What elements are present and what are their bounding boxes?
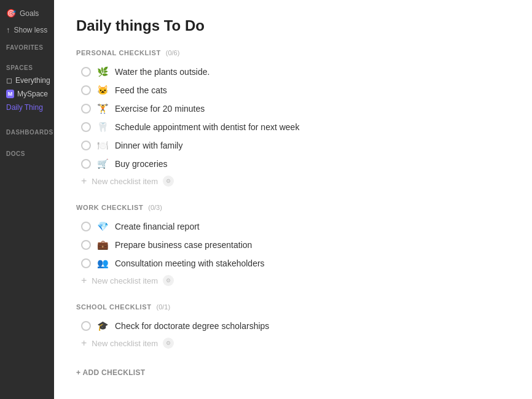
sidebar-section-dashboards: DASHBOARDS [0, 123, 54, 138]
checklist-item: 🎓 Check for doctorate degree scholarship… [76, 317, 510, 335]
item-emoji-p3: 🏋️ [97, 103, 109, 114]
item-options-btn-p2[interactable]: ⚙ [498, 84, 510, 96]
item-checkbox-w2[interactable] [81, 240, 91, 250]
item-label-w1: Create financial report [115, 222, 491, 231]
sidebar-item-daily[interactable]: Daily Thing [0, 101, 54, 114]
new-item-plus-personal: + [81, 176, 87, 187]
checklist-item: 🛒 Buy groceries ⚙ [76, 155, 510, 173]
checklist-item: 🍽️ Dinner with family ⚙ [76, 136, 510, 155]
checklist-item: 👥 Consultation meeting with stakeholders… [76, 254, 510, 273]
section-count-work: (0/3) [148, 204, 162, 211]
item-checkbox-w3[interactable] [81, 258, 91, 268]
item-label-p4: Schedule appointment with dentist for ne… [115, 122, 491, 132]
item-options-btn-w3[interactable]: ⚙ [498, 257, 510, 269]
checklist-item: 💼 Prepare business case presentation ⚙ [76, 236, 510, 254]
myspace-dot-icon: M [6, 90, 14, 98]
item-options-btn-p4[interactable]: ⚙ [498, 121, 510, 133]
new-item-label-work: New checklist item [92, 276, 158, 285]
daily-label: Daily Thing [6, 103, 43, 112]
item-label-s1: Check for doctorate degree scholarships [115, 321, 491, 331]
new-item-options-btn-work[interactable]: ⚙ [163, 275, 174, 286]
sidebar-item-show-less[interactable]: ↑ Show less [0, 21, 54, 38]
new-item-plus-work: + [81, 275, 87, 286]
item-checkbox-p3[interactable] [81, 104, 91, 114]
new-item-row-personal[interactable]: + New checklist item ⚙ [76, 173, 510, 189]
checklists-container: PERSONAL CHECKLIST (0/6) 🌿 Water the pla… [76, 49, 510, 351]
new-item-options-btn-personal[interactable]: ⚙ [163, 176, 174, 187]
item-options-btn-w1[interactable]: ⚙ [498, 220, 510, 233]
item-label-p3: Exercise for 20 minutes [115, 104, 491, 114]
item-emoji-w3: 👥 [97, 258, 109, 269]
item-options-btn-p1[interactable]: ⚙ [498, 66, 510, 78]
item-checkbox-p6[interactable] [81, 159, 91, 169]
item-label-p2: Feed the cats [115, 85, 491, 95]
item-label-p5: Dinner with family [115, 141, 491, 150]
sidebar-section-spaces: SPACES [0, 58, 54, 74]
sidebar-section-docs: DOCS [0, 144, 54, 160]
item-emoji-p6: 🛒 [97, 158, 109, 169]
item-checkbox-w1[interactable] [81, 222, 91, 231]
item-options-btn-p6[interactable]: ⚙ [498, 158, 510, 170]
checklist-item: 🏋️ Exercise for 20 minutes ⚙ [76, 99, 510, 118]
sidebar-section-favorites: FAVORITES [0, 38, 54, 53]
new-item-options-btn-school[interactable]: ⚙ [163, 338, 174, 349]
checklist-section-school: SCHOOL CHECKLIST (0/1) 🎓 Check for docto… [76, 303, 510, 351]
checklist-item: 🐱 Feed the cats ⚙ [76, 81, 510, 99]
add-checklist-button[interactable]: + ADD CHECKLIST [76, 366, 145, 379]
everything-icon: ◻ [6, 76, 12, 85]
section-title-school: SCHOOL CHECKLIST [76, 303, 151, 311]
item-options-btn-s1[interactable]: ⚙ [498, 320, 510, 332]
item-emoji-p1: 🌿 [97, 66, 109, 77]
checklist-section-personal: PERSONAL CHECKLIST (0/6) 🌿 Water the pla… [76, 49, 510, 189]
sidebar: 🎯 Goals ↑ Show less FAVORITES SPACES ◻ E… [0, 0, 54, 399]
sidebar-show-less-label: Show less [14, 26, 48, 34]
new-item-row-work[interactable]: + New checklist item ⚙ [76, 273, 510, 289]
sidebar-goals-label: Goals [20, 9, 39, 18]
item-emoji-p5: 🍽️ [97, 140, 109, 151]
myspace-label: MySpace [17, 90, 48, 98]
item-checkbox-p2[interactable] [81, 85, 91, 95]
new-item-label-personal: New checklist item [92, 177, 158, 186]
page-title: Daily things To Do [76, 17, 510, 34]
main-content: Daily things To Do PERSONAL CHECKLIST (0… [54, 0, 532, 399]
section-count-school: (0/1) [156, 303, 170, 311]
item-emoji-w1: 💎 [97, 221, 109, 232]
item-options-btn-p3[interactable]: ⚙ [498, 103, 510, 115]
new-item-label-school: New checklist item [92, 339, 158, 348]
chevron-up-icon: ↑ [6, 25, 10, 34]
checklist-item: 🦷 Schedule appointment with dentist for … [76, 118, 510, 136]
item-checkbox-p1[interactable] [81, 67, 91, 77]
checklist-section-work: WORK CHECKLIST (0/3) 💎 Create financial … [76, 204, 510, 289]
new-item-row-school[interactable]: + New checklist item ⚙ [76, 335, 510, 351]
sidebar-item-goals[interactable]: 🎯 Goals [0, 5, 54, 21]
goals-icon: 🎯 [6, 9, 16, 18]
checklist-item: 💎 Create financial report ⚙ [76, 217, 510, 236]
item-checkbox-s1[interactable] [81, 321, 91, 331]
item-options-btn-w2[interactable]: ⚙ [498, 239, 510, 251]
section-count-personal: (0/6) [166, 49, 180, 56]
everything-label: Everything [15, 76, 50, 85]
item-checkbox-p4[interactable] [81, 122, 91, 132]
item-emoji-w2: 💼 [97, 239, 109, 250]
item-emoji-s1: 🎓 [97, 320, 109, 331]
checklist-item: 🌿 Water the plants outside. ⚙ [76, 63, 510, 81]
new-item-plus-school: + [81, 338, 87, 349]
section-title-work: WORK CHECKLIST [76, 204, 143, 211]
item-checkbox-p5[interactable] [81, 141, 91, 150]
sidebar-item-myspace[interactable]: M MySpace [0, 87, 54, 101]
item-label-w3: Consultation meeting with stakeholders [115, 258, 491, 268]
item-emoji-p2: 🐱 [97, 85, 109, 96]
item-emoji-p4: 🦷 [97, 122, 109, 133]
item-options-btn-p5[interactable]: ⚙ [498, 139, 510, 152]
item-label-p1: Water the plants outside. [115, 67, 491, 77]
item-label-p6: Buy groceries [115, 159, 491, 169]
sidebar-item-everything[interactable]: ◻ Everything [0, 74, 54, 87]
section-title-personal: PERSONAL CHECKLIST [76, 49, 161, 56]
item-label-w2: Prepare business case presentation [115, 240, 491, 250]
